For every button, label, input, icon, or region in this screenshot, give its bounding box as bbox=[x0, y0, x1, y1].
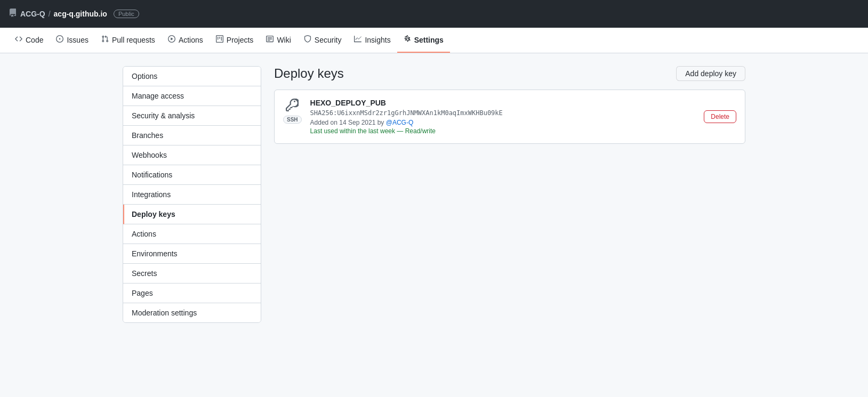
repo-name[interactable]: acg-q.github.io bbox=[54, 10, 107, 18]
key-last-used: Last used within the last week — Read/wr… bbox=[310, 127, 696, 135]
sidebar-item-notifications[interactable]: Notifications bbox=[123, 165, 261, 185]
projects-icon bbox=[216, 35, 223, 44]
delete-deploy-key-button[interactable]: Delete bbox=[704, 110, 736, 123]
key-fingerprint: SHA256:U6ixxnMSdr2zr1gGrhJNMWXAn1kM0aqIm… bbox=[310, 109, 696, 117]
separator: / bbox=[49, 10, 51, 18]
nav-settings[interactable]: Settings bbox=[397, 28, 450, 53]
sidebar-integrations-label: Integrations bbox=[132, 190, 171, 199]
deploy-key-card: SSH HEXO_DEPLOY_PUB SHA256:U6ixxnMSdr2zr… bbox=[274, 90, 745, 144]
nav-wiki-label: Wiki bbox=[277, 36, 291, 44]
sidebar-notifications-label: Notifications bbox=[132, 171, 172, 179]
sidebar-item-manage-access[interactable]: Manage access bbox=[123, 86, 261, 106]
nav-settings-label: Settings bbox=[414, 36, 444, 44]
sidebar-item-branches[interactable]: Branches bbox=[123, 126, 261, 145]
nav-wiki[interactable]: Wiki bbox=[260, 28, 297, 53]
sidebar-item-environments[interactable]: Environments bbox=[123, 244, 261, 264]
nav-pull-requests-label: Pull requests bbox=[112, 36, 155, 44]
page-content: Options Manage access Security & analysi… bbox=[114, 66, 754, 323]
sidebar-pages-label: Pages bbox=[132, 289, 153, 297]
nav-actions[interactable]: Actions bbox=[162, 28, 210, 53]
nav-pull-requests[interactable]: Pull requests bbox=[95, 28, 162, 53]
key-details: HEXO_DEPLOY_PUB SHA256:U6ixxnMSdr2zr1gGr… bbox=[310, 99, 696, 135]
main-content-area: Deploy keys Add deploy key SSH HEXO_DEPL… bbox=[274, 66, 745, 323]
sidebar-options-label: Options bbox=[132, 72, 157, 80]
sidebar-item-deploy-keys[interactable]: Deploy keys bbox=[123, 205, 261, 224]
sidebar-moderation-settings-label: Moderation settings bbox=[132, 309, 197, 317]
secondary-nav: Code Issues Pull requests Actions Projec… bbox=[0, 28, 868, 53]
ssh-badge: SSH bbox=[283, 116, 302, 124]
key-icon-area: SSH bbox=[283, 99, 302, 124]
org-name[interactable]: ACG-Q bbox=[20, 10, 45, 18]
key-username[interactable]: @ACG-Q bbox=[386, 119, 414, 126]
sidebar-secrets-label: Secrets bbox=[132, 269, 157, 278]
nav-issues[interactable]: Issues bbox=[50, 28, 94, 53]
sidebar-environments-label: Environments bbox=[132, 249, 178, 258]
top-nav: ACG-Q / acg-q.github.io Public bbox=[0, 0, 868, 28]
add-deploy-key-button[interactable]: Add deploy key bbox=[676, 66, 745, 81]
sidebar-security-analysis-label: Security & analysis bbox=[132, 111, 195, 120]
nav-insights-label: Insights bbox=[365, 36, 390, 44]
key-added: Added on 14 Sep 2021 by @ACG-Q bbox=[310, 119, 696, 126]
pull-requests-icon bbox=[101, 35, 109, 44]
sidebar-manage-access-label: Manage access bbox=[132, 92, 184, 100]
nav-issues-label: Issues bbox=[67, 36, 88, 44]
sidebar-deploy-keys-label: Deploy keys bbox=[132, 210, 175, 218]
sidebar-item-options[interactable]: Options bbox=[123, 67, 261, 86]
public-badge: Public bbox=[114, 10, 139, 18]
nav-security[interactable]: Security bbox=[298, 28, 348, 53]
wiki-icon bbox=[266, 35, 274, 44]
repo-icon bbox=[9, 9, 17, 19]
key-icon bbox=[286, 99, 299, 114]
settings-icon bbox=[404, 35, 411, 44]
sidebar-item-pages[interactable]: Pages bbox=[123, 283, 261, 303]
deploy-keys-title: Deploy keys bbox=[274, 66, 344, 81]
repo-title: ACG-Q / acg-q.github.io Public bbox=[9, 9, 139, 19]
nav-projects[interactable]: Projects bbox=[210, 28, 260, 53]
sidebar-actions-label: Actions bbox=[132, 230, 156, 238]
sidebar-item-actions[interactable]: Actions bbox=[123, 224, 261, 244]
sidebar-branches-label: Branches bbox=[132, 131, 163, 140]
sidebar-item-secrets[interactable]: Secrets bbox=[123, 264, 261, 283]
nav-code-label: Code bbox=[26, 36, 43, 44]
sidebar-item-security-analysis[interactable]: Security & analysis bbox=[123, 106, 261, 126]
key-added-text: Added on 14 Sep 2021 by bbox=[310, 119, 384, 126]
nav-code[interactable]: Code bbox=[9, 28, 50, 53]
sidebar-webhooks-label: Webhooks bbox=[132, 151, 167, 159]
key-name: HEXO_DEPLOY_PUB bbox=[310, 99, 696, 107]
sidebar-item-webhooks[interactable]: Webhooks bbox=[123, 145, 261, 165]
deploy-keys-header: Deploy keys Add deploy key bbox=[274, 66, 745, 81]
insights-icon bbox=[354, 35, 361, 44]
issues-icon bbox=[56, 35, 63, 44]
nav-actions-label: Actions bbox=[179, 36, 203, 44]
code-icon bbox=[15, 35, 22, 44]
actions-icon bbox=[168, 35, 175, 44]
nav-security-label: Security bbox=[315, 36, 342, 44]
security-icon bbox=[304, 35, 311, 44]
settings-sidebar: Options Manage access Security & analysi… bbox=[123, 66, 261, 323]
nav-insights[interactable]: Insights bbox=[348, 28, 397, 53]
sidebar-item-moderation-settings[interactable]: Moderation settings bbox=[123, 303, 261, 322]
nav-projects-label: Projects bbox=[227, 36, 254, 44]
sidebar-item-integrations[interactable]: Integrations bbox=[123, 185, 261, 205]
